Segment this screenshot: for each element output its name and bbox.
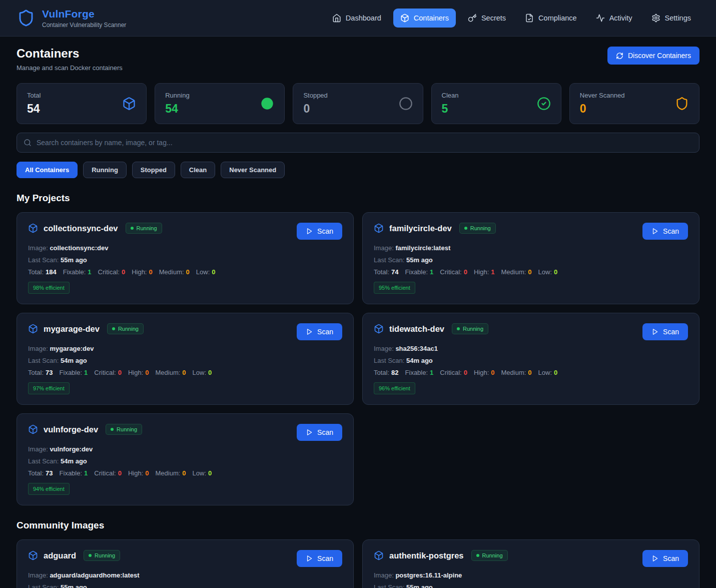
page-subtitle: Manage and scan Docker containers [17, 64, 123, 72]
stat-card-never-scanned: Never Scanned 0 [569, 83, 699, 124]
container-name: familycircle-dev [389, 224, 452, 233]
shield-logo-icon [17, 9, 35, 27]
box-icon [374, 550, 384, 560]
vuln-critical: Critical:0 [94, 469, 122, 477]
main-nav: Dashboard Containers Secrets Compliance … [325, 9, 698, 28]
filter-never-scanned[interactable]: Never Scanned [221, 162, 285, 178]
vuln-total: Total:184 [28, 268, 57, 276]
image-label: Image: [28, 445, 48, 453]
last-scan-line: Last Scan: 55m ago [28, 583, 342, 588]
file-check-icon [525, 14, 534, 23]
image-value: collectionsync:dev [50, 244, 108, 252]
vuln-critical: Critical:0 [98, 268, 126, 276]
last-scan-value: 55m ago [61, 583, 87, 588]
vuln-summary: Total:73 Fixable:1 Critical:0 High:0 Med… [28, 469, 342, 477]
container-card: adguard Running Scan Image: adguard/adgu… [17, 539, 354, 588]
scan-button[interactable]: Scan [297, 323, 342, 340]
play-icon [306, 228, 313, 235]
efficiency-badge: 97% efficient [28, 382, 70, 394]
image-label: Image: [28, 345, 48, 352]
vuln-medium: Medium:0 [155, 369, 186, 376]
vuln-fixable: Fixable:1 [405, 369, 434, 376]
stat-value: 54 [165, 102, 189, 116]
image-label: Image: [374, 571, 394, 579]
box-icon [374, 223, 384, 233]
scan-label: Scan [317, 428, 333, 436]
scan-button[interactable]: Scan [297, 223, 342, 240]
stat-label: Clean [442, 92, 459, 99]
status-label: Running [118, 326, 139, 332]
efficiency-badge: 98% efficient [28, 282, 70, 294]
image-line: Image: adguard/adguardhome:latest [28, 571, 342, 579]
filter-running[interactable]: Running [83, 162, 127, 178]
app-tagline: Container Vulnerability Scanner [42, 22, 126, 29]
vuln-fixable: Fixable:1 [63, 268, 92, 276]
container-card: authentik-postgres Running Scan Image: p… [362, 539, 699, 588]
box-icon [374, 324, 384, 334]
status-label: Running [482, 552, 503, 558]
status-dot-icon [476, 554, 479, 557]
section-title: Community Images [17, 520, 699, 531]
filter-stopped[interactable]: Stopped [132, 162, 175, 178]
shield-icon [675, 97, 689, 111]
activity-icon [596, 14, 605, 23]
last-scan-line: Last Scan: 55m ago [374, 583, 688, 588]
image-value: postgres:16.11-alpine [395, 571, 462, 579]
play-icon [651, 228, 658, 235]
image-value: mygarage:dev [50, 345, 94, 352]
container-name: collectionsync-dev [44, 224, 118, 233]
gear-icon [651, 14, 660, 23]
status-dot-icon [111, 428, 114, 431]
box-icon [400, 14, 409, 23]
last-scan-line: Last Scan: 55m ago [374, 256, 688, 264]
page-title: Containers [17, 47, 123, 61]
nav-item-activity[interactable]: Activity [589, 9, 639, 28]
scan-label: Scan [317, 227, 333, 235]
scan-button[interactable]: Scan [297, 550, 342, 567]
discover-containers-button[interactable]: Discover Containers [607, 47, 699, 65]
status-badge: Running [452, 323, 488, 334]
image-line: Image: mygarage:dev [28, 345, 342, 352]
status-badge: Running [126, 223, 162, 234]
nav-item-containers[interactable]: Containers [393, 9, 456, 28]
box-icon [28, 324, 38, 334]
filter-chips: All ContainersRunningStoppedCleanNever S… [17, 162, 699, 178]
filled-circle-icon [260, 97, 274, 111]
discover-containers-label: Discover Containers [628, 52, 691, 60]
circle-icon [399, 97, 413, 111]
stat-value: 54 [27, 102, 41, 116]
status-dot-icon [112, 327, 115, 330]
last-scan-line: Last Scan: 54m ago [28, 357, 342, 364]
cards-grid: collectionsync-dev Running Scan Image: c… [17, 212, 699, 505]
nav-item-dashboard[interactable]: Dashboard [325, 9, 388, 28]
efficiency-badge: 95% efficient [374, 282, 415, 294]
filter-clean[interactable]: Clean [181, 162, 215, 178]
cards-grid: adguard Running Scan Image: adguard/adgu… [17, 539, 699, 588]
nav-item-compliance[interactable]: Compliance [518, 9, 584, 28]
image-label: Image: [374, 244, 394, 252]
stat-label: Total [27, 92, 41, 99]
status-label: Running [117, 426, 137, 432]
container-card: vulnforge-dev Running Scan Image: vulnfo… [17, 413, 354, 505]
refresh-icon [616, 52, 623, 60]
vuln-fixable: Fixable:1 [60, 369, 88, 376]
search-input[interactable] [37, 139, 692, 147]
efficiency-badge: 94% efficient [28, 483, 70, 495]
last-scan-value: 54m ago [61, 457, 87, 465]
image-value: sha256:34ac1 [395, 345, 438, 352]
vuln-high: High:0 [474, 369, 495, 376]
stat-value: 0 [303, 102, 327, 116]
last-scan-value: 55m ago [406, 583, 433, 588]
scan-button[interactable]: Scan [297, 424, 342, 441]
scan-button[interactable]: Scan [642, 223, 688, 240]
nav-item-label: Dashboard [346, 14, 381, 22]
stat-card-total: Total 54 [17, 83, 147, 124]
scan-button[interactable]: Scan [642, 550, 688, 567]
image-line: Image: vulnforge:dev [28, 445, 342, 453]
last-scan-label: Last Scan: [28, 256, 59, 264]
box-icon [122, 97, 136, 111]
nav-item-settings[interactable]: Settings [644, 9, 698, 28]
filter-all-containers[interactable]: All Containers [17, 162, 78, 178]
scan-button[interactable]: Scan [642, 323, 688, 340]
nav-item-secrets[interactable]: Secrets [461, 9, 513, 28]
